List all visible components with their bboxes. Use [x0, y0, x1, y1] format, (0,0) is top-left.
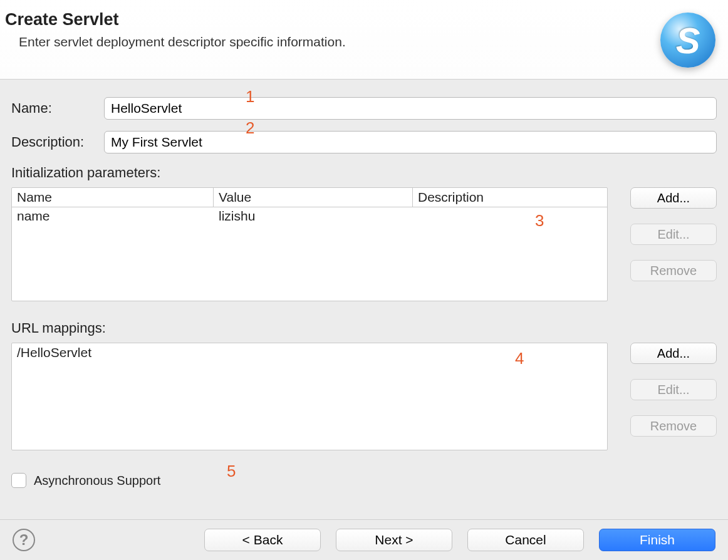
servlet-icon-letter: S	[676, 19, 700, 61]
dialog-header: Create Servlet Enter servlet deployment …	[0, 0, 728, 80]
init-params-table[interactable]: Name Value Description name lizishu	[11, 187, 608, 301]
cell-value: lizishu	[214, 207, 413, 225]
async-support-label: Asynchronous Support	[34, 474, 160, 488]
name-input[interactable]	[104, 97, 717, 120]
finish-button[interactable]: Finish	[599, 529, 715, 551]
cancel-button[interactable]: Cancel	[467, 529, 584, 551]
init-params-label: Initialization parameters:	[11, 165, 717, 181]
description-input[interactable]	[104, 131, 717, 153]
init-params-col-value: Value	[214, 188, 413, 207]
url-mappings-list[interactable]: /HelloServlet	[11, 343, 608, 450]
dialog-footer: ? < Back Next > Cancel Finish	[0, 519, 728, 560]
init-params-remove-button: Remove	[630, 260, 717, 281]
dialog-subtitle: Enter servlet deployment descriptor spec…	[19, 34, 346, 49]
name-label: Name:	[11, 100, 104, 117]
url-mappings-add-button[interactable]: Add...	[630, 343, 717, 364]
init-params-edit-button: Edit...	[630, 224, 717, 245]
description-label: Description:	[11, 134, 104, 150]
url-mappings-remove-button: Remove	[630, 415, 717, 437]
dialog-content: Name: Description: Initialization parame…	[0, 80, 728, 519]
servlet-icon: S	[660, 13, 715, 68]
init-params-col-desc: Description	[413, 188, 607, 207]
help-icon[interactable]: ?	[13, 529, 35, 551]
back-button[interactable]: < Back	[204, 529, 321, 551]
url-mappings-edit-button: Edit...	[630, 379, 717, 400]
list-item[interactable]: /HelloServlet	[12, 343, 607, 362]
table-row[interactable]: name lizishu	[12, 207, 607, 225]
dialog-title: Create Servlet	[5, 10, 346, 29]
url-mappings-label: URL mappings:	[11, 320, 717, 336]
init-params-add-button[interactable]: Add...	[630, 187, 717, 209]
next-button[interactable]: Next >	[336, 529, 452, 551]
init-params-col-name: Name	[12, 188, 214, 207]
cell-desc	[413, 207, 607, 225]
cell-name: name	[12, 207, 214, 225]
async-support-checkbox[interactable]	[11, 473, 26, 488]
